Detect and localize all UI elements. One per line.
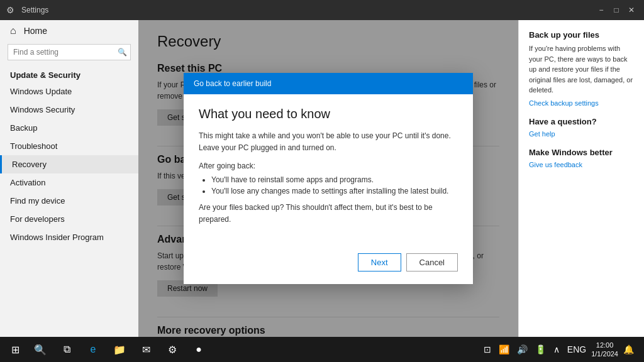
minimize-button[interactable]: − [595,4,608,16]
taskbar-lang[interactable]: ENG [565,342,589,357]
recovery-label: Recovery [12,160,47,169]
check-backup-settings-link[interactable]: Check backup settings [529,99,634,107]
get-help-link[interactable]: Get help [529,130,634,138]
right-sidebar: Back up your files If you're having prob… [518,20,644,337]
edge-icon[interactable]: e [80,337,106,362]
windows-security-label: Windows Security [10,105,75,114]
title-bar: ⚙ Settings − □ ✕ [0,0,644,20]
sidebar-item-activation[interactable]: Activation [0,173,138,192]
modal-footer: Next Cancel [184,246,473,284]
windows-insider-label: Windows Insider Program [10,233,104,242]
mail-icon[interactable]: ✉ [133,337,158,362]
taskbar-action-center[interactable]: ⊡ [481,342,494,357]
app-container: ⌂ Home 🔍 Update & Security Windows Updat… [0,20,644,337]
backup-label: Backup [10,123,37,133]
file-explorer-icon[interactable]: 📁 [107,337,132,362]
give-feedback-link[interactable]: Give us feedback [529,161,634,168]
taskbar-pinned-icons: 🔍 ⧉ e 📁 ✉ ⚙ ● [28,337,211,362]
taskbar-right: ⊡ 📶 🔊 🔋 ∧ ENG 12:00 1/1/2024 🔔 [481,341,641,359]
taskbar-sound-icon[interactable]: 🔊 [514,342,530,357]
modal-title: What you need to know [199,107,458,121]
sidebar-item-for-developers[interactable]: For developers [0,210,138,228]
modal-bullet-1: You'll have to reinstall some apps and p… [211,175,458,184]
modal-header: Go back to earlier build [184,73,473,94]
modal-files-note: Are your files backed up? This shouldn't… [199,202,458,226]
feedback-section-title: Make Windows better [529,148,634,157]
activation-label: Activation [10,178,45,187]
start-button[interactable]: ⊞ [3,337,28,362]
modal-cancel-button[interactable]: Cancel [406,253,458,272]
taskbar-time-value: 12:00 [596,341,614,349]
task-view-icon[interactable]: ⧉ [54,337,79,362]
sidebar-item-windows-insider[interactable]: Windows Insider Program [0,228,138,246]
taskbar-wifi-icon[interactable]: 📶 [496,342,512,357]
sidebar-item-windows-update[interactable]: Windows Update [0,82,138,101]
taskbar-date-value: 1/1/2024 [591,349,618,358]
settings-taskbar-icon[interactable]: ⚙ [160,337,185,362]
search-input[interactable] [8,44,131,60]
search-icon: 🔍 [118,48,127,57]
modal-header-title: Go back to earlier build [194,79,271,88]
taskbar-show-hidden[interactable]: ∧ [551,342,562,357]
taskbar: ⊞ 🔍 ⧉ e 📁 ✉ ⚙ ● ⊡ 📶 🔊 🔋 ∧ ENG 12:00 1/1/… [0,337,644,362]
sidebar-item-home[interactable]: ⌂ Home [0,20,138,41]
title-bar-text: Settings [21,6,595,14]
taskbar-notification[interactable]: 🔔 [621,342,636,357]
question-section-title: Have a question? [529,117,634,126]
sidebar-section-title: Update & Security [0,65,138,82]
modal-body: What you need to know This might take a … [184,94,473,246]
close-button[interactable]: ✕ [625,4,638,16]
search-taskbar-icon[interactable]: 🔍 [28,337,53,362]
modal-bullet-list: You'll have to reinstall some apps and p… [211,175,458,195]
main-content: Recovery Reset this PC If your PC isn't … [138,20,518,337]
taskbar-battery-icon[interactable]: 🔋 [533,342,548,357]
home-icon: ⌂ [10,25,16,36]
there-text: there [558,55,574,63]
modal-next-button[interactable]: Next [358,253,401,272]
windows-update-label: Windows Update [10,87,72,96]
title-bar-controls: − □ ✕ [595,4,638,16]
sidebar-item-backup[interactable]: Backup [0,119,138,137]
sidebar-item-troubleshoot[interactable]: Troubleshoot [0,137,138,155]
settings-icon: ⚙ [6,5,16,15]
modal-after-going-back-label: After going back: [199,162,458,170]
modal-overlay: Go back to earlier build What you need t… [138,20,518,337]
sidebar-search-container: 🔍 [8,44,131,60]
backup-section-text: If you're having problems with your PC, … [529,43,634,96]
sidebar: ⌂ Home 🔍 Update & Security Windows Updat… [0,20,138,337]
sidebar-item-find-my-device[interactable]: Find my device [0,192,138,210]
sidebar-item-windows-security[interactable]: Windows Security [0,101,138,119]
home-label: Home [24,26,47,36]
modal-bullet-2: You'll lose any changes made to settings… [211,187,458,195]
sidebar-item-recovery[interactable]: Recovery [0,155,138,173]
modal-intro-text: This might take a while and you won't be… [199,130,458,154]
troubleshoot-label: Troubleshoot [10,141,57,151]
backup-section-title: Back up your files [529,30,634,40]
for-developers-label: For developers [10,214,65,224]
cortana-icon[interactable]: ● [186,337,211,362]
modal-dialog: Go back to earlier build What you need t… [184,73,473,285]
maximize-button[interactable]: □ [610,4,623,16]
find-my-device-label: Find my device [10,196,65,206]
taskbar-clock[interactable]: 12:00 1/1/2024 [591,341,618,359]
